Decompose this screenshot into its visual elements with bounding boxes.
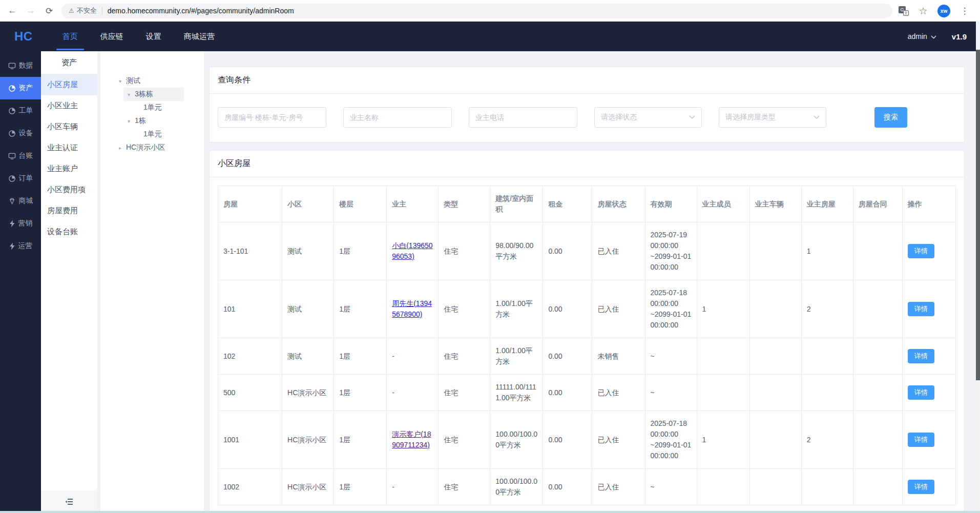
cell-vehicles (749, 375, 801, 411)
collapse-sidebar-button[interactable] (41, 490, 97, 513)
status-select[interactable]: 请选择状态 (594, 107, 702, 128)
cell-status: 已入住 (592, 222, 645, 280)
cell-house: 3-1-101 (218, 222, 282, 280)
back-icon[interactable]: ← (5, 4, 19, 18)
tab-mall-operation[interactable]: 商城运营 (173, 22, 226, 51)
owner-link[interactable]: 小白(13965096053) (392, 241, 432, 260)
submenu-item-community-owners[interactable]: 小区业主 (41, 95, 97, 116)
sidebar-item-mall[interactable]: 商城 (0, 190, 41, 212)
translate-icon[interactable]: G 文 (899, 6, 909, 16)
tab-settings[interactable]: 设置 (135, 22, 173, 51)
tree-node-unit-1[interactable]: 1单元 (132, 101, 169, 114)
forward-icon[interactable]: → (24, 4, 38, 18)
cell-rent: 0.00 (543, 375, 592, 411)
col-rent: 租金 (543, 186, 592, 222)
page-scrollbar[interactable] (976, 22, 980, 513)
cell-community: 测试 (282, 280, 334, 338)
user-menu[interactable]: admin (908, 32, 927, 40)
diamond-icon (8, 197, 16, 205)
url-text[interactable]: demo.homecommunity.cn/#/pages/community/… (108, 7, 294, 15)
cell-vehicles (749, 222, 801, 280)
cell-house: 1001 (218, 411, 282, 469)
caret-down-icon[interactable]: ▾ (128, 92, 135, 97)
owner-link[interactable]: 演示客户(18909711234) (392, 430, 431, 449)
cell-area: 98.00/90.00平方米 (490, 222, 543, 280)
col-type: 类型 (439, 186, 490, 222)
submenu-item-house-fees[interactable]: 房屋费用 (41, 200, 97, 221)
detail-button[interactable]: 详情 (908, 349, 934, 363)
bolt-icon (9, 220, 15, 228)
detail-button[interactable]: 详情 (908, 244, 934, 258)
search-button[interactable]: 搜索 (874, 107, 907, 128)
table-row: 101 测试 1层 周先生(13945678900) 住宅 1.00/1.00平… (218, 280, 956, 338)
detail-button[interactable]: 详情 (908, 480, 934, 494)
cell-type: 住宅 (439, 375, 490, 411)
cell-rent: 0.00 (543, 338, 592, 375)
tree-node-unit-1b[interactable]: 1单元 (132, 128, 169, 141)
app-logo[interactable]: HC (14, 29, 33, 44)
sidebar-item-assets[interactable]: 资产 (0, 77, 41, 99)
bolt-icon (9, 242, 15, 250)
owner-link[interactable]: 周先生(13945678900) (392, 299, 432, 318)
sidebar-item-marketing[interactable]: 营销 (0, 212, 41, 235)
col-owner: 业主 (387, 186, 439, 222)
caret-right-icon[interactable]: ▸ (119, 145, 126, 151)
submenu-item-community-houses[interactable]: 小区房屋 (41, 74, 97, 95)
tree-node-hc-demo-community[interactable]: ▸ HC演示小区 (115, 141, 172, 154)
cell-owner-houses: 2 (801, 411, 853, 469)
cell-validity: ~ (645, 338, 697, 375)
cell-status: 已入住 (592, 469, 645, 505)
house-type-select[interactable]: 请选择房屋类型 (719, 107, 826, 128)
submenu-item-owner-verification[interactable]: 业主认证 (41, 137, 97, 158)
sidebar-item-devices[interactable]: 设备 (0, 122, 41, 145)
bookmark-star-icon[interactable]: ☆ (916, 4, 930, 18)
col-members: 业主成员 (697, 186, 749, 222)
submenu-item-device-ledger[interactable]: 设备台账 (41, 221, 97, 242)
browser-toolbar: ← → ⟳ ⚠ 不安全 demo.homecommunity.cn/#/page… (0, 0, 980, 22)
submenu-item-community-vehicles[interactable]: 小区车辆 (41, 116, 97, 137)
cell-contract (853, 222, 902, 280)
submenu-item-owner-accounts[interactable]: 业主账户 (41, 158, 97, 179)
sidebar-item-orders[interactable]: 订单 (0, 167, 41, 190)
sidebar-item-data[interactable]: 数据 (0, 54, 41, 77)
cell-rent: 0.00 (543, 280, 592, 338)
query-card-title: 查询条件 (210, 67, 964, 94)
cell-validity: 2025-07-19 00:00:00 ~2099-01-01 00:00:00 (645, 222, 697, 280)
browser-profile-avatar[interactable]: xw (937, 5, 950, 17)
tab-supply-chain[interactable]: 供应链 (89, 22, 135, 51)
tree-node-building-3[interactable]: ▾ 3栋栋 (123, 88, 184, 101)
menu-fold-icon (65, 498, 73, 505)
caret-down-icon[interactable]: ▾ (128, 118, 135, 124)
cell-area: 100.00/100.00平方米 (490, 469, 543, 505)
detail-button[interactable]: 详情 (908, 433, 934, 447)
owner-phone-input[interactable] (469, 107, 577, 128)
cell-owner-houses (801, 375, 853, 411)
sidebar-item-work-orders[interactable]: 工单 (0, 99, 41, 122)
house-number-input[interactable] (218, 107, 326, 128)
cell-area: 100.00/100.00平方米 (490, 411, 543, 469)
address-bar[interactable]: ⚠ 不安全 demo.homecommunity.cn/#/pages/comm… (61, 4, 892, 18)
sidebar-item-ledger[interactable]: 台账 (0, 145, 41, 167)
cell-members (697, 375, 749, 411)
security-label[interactable]: 不安全 (77, 6, 97, 15)
tree-node-ceshi[interactable]: ▾ 测试 (115, 74, 148, 88)
browser-menu-icon[interactable]: ⋮ (957, 4, 972, 18)
col-floor: 楼层 (334, 186, 387, 222)
sidebar-item-operations[interactable]: 运营 (0, 235, 41, 257)
owner-name-input[interactable] (343, 107, 452, 128)
caret-down-icon[interactable]: ▾ (119, 78, 126, 84)
globe-icon (8, 85, 16, 92)
detail-button[interactable]: 详情 (908, 302, 934, 316)
tree-node-building-1[interactable]: ▾ 1栋 (123, 114, 153, 128)
cell-floor: 1层 (334, 469, 387, 505)
chevron-down-icon (814, 115, 820, 119)
col-validity: 有效期 (645, 186, 697, 222)
address-divider (102, 7, 102, 15)
scrollbar-thumb[interactable] (976, 50, 980, 380)
detail-button[interactable]: 详情 (908, 385, 934, 400)
submenu-item-fee-items[interactable]: 小区费用项 (41, 179, 97, 200)
tab-home[interactable]: 首页 (51, 22, 89, 51)
cell-owner-houses (801, 469, 853, 505)
refresh-icon[interactable]: ⟳ (42, 4, 56, 18)
col-contract: 房屋合同 (853, 186, 902, 222)
